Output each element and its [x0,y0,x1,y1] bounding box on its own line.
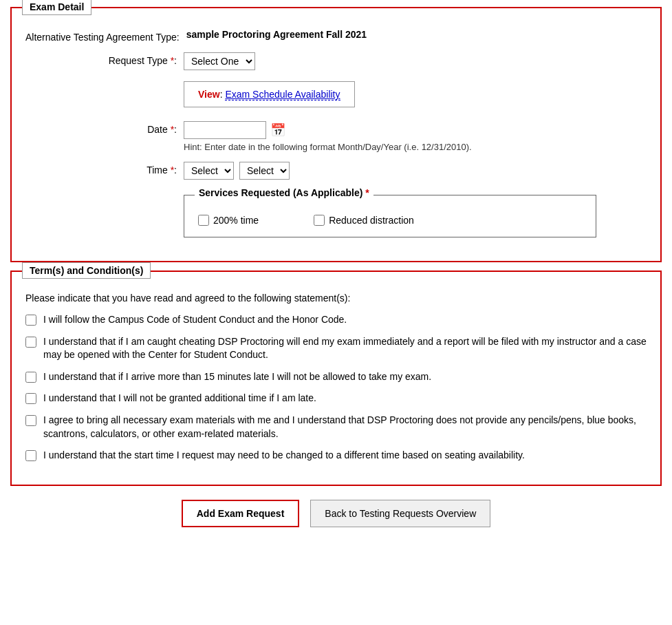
time-select-hour[interactable]: Select [184,162,234,180]
term-item-3: I understand that I will not be granted … [25,392,647,405]
exam-schedule-link[interactable]: Exam Schedule Availability [225,89,340,100]
services-legend: Services Requested (As Applicable) * [195,187,373,198]
terms-intro: Please indicate that you have read and a… [25,293,647,304]
term-checkbox-2[interactable] [25,372,36,383]
service-checkbox-reduced[interactable] [314,215,325,226]
agreement-type-value: sample Proctoring Agreement Fall 2021 [186,26,367,40]
service-item-1: 200% time [198,215,259,226]
date-label: Date *: [25,121,184,135]
term-item-2: I understand that if I arrive more than … [25,370,647,384]
term-item-5: I understand that the start time I reque… [25,449,647,463]
term-checkbox-0[interactable] [25,315,36,326]
exam-detail-legend: Exam Detail [22,0,91,15]
request-type-row: Request Type *: Select One View: Exam Sc… [25,52,647,112]
service-checkbox-200[interactable] [198,215,209,226]
term-item-0: I will follow the Campus Code of Student… [25,313,647,327]
term-text-1: I understand that if I am caught cheatin… [43,335,647,362]
time-select-minute[interactable]: Select [239,162,290,180]
date-input[interactable] [184,121,266,139]
term-text-0: I will follow the Campus Code of Student… [43,313,347,327]
term-text-2: I understand that if I arrive more than … [43,370,431,384]
date-required: * [171,124,174,135]
services-fieldset: Services Requested (As Applicable) * 200… [184,195,596,237]
term-checkbox-3[interactable] [25,393,36,404]
service-item-2: Reduced distraction [314,215,414,226]
service-label-200: 200% time [213,215,259,226]
terms-section: Term(s) and Condition(s) Please indicate… [10,271,662,486]
term-text-4: I agree to bring all necessary exam mate… [43,414,647,441]
services-required: * [365,187,369,198]
time-required: * [171,165,174,176]
time-row: Time *: Select Select [25,162,647,180]
agreement-type-label: Alternative Testing Agreement Type: [25,29,186,43]
term-text-3: I understand that I will not be granted … [43,392,316,405]
date-row: Date *: 📅 Hint: Enter date in the follow… [25,121,647,152]
time-label: Time *: [25,162,184,176]
back-button[interactable]: Back to Testing Requests Overview [310,500,490,527]
request-type-required: * [171,55,174,66]
exam-detail-section: Exam Detail Alternative Testing Agreemen… [10,7,662,262]
services-row: Services Requested (As Applicable) * 200… [25,189,647,237]
term-text-5: I understand that the start time I reque… [43,449,525,463]
term-item-4: I agree to bring all necessary exam mate… [25,414,647,441]
agreement-type-row: Alternative Testing Agreement Type: samp… [25,29,647,43]
view-link-box: View: Exam Schedule Availability [184,81,355,107]
term-checkbox-5[interactable] [25,450,36,461]
term-checkbox-4[interactable] [25,415,36,426]
request-type-select[interactable]: Select One [184,52,255,70]
add-exam-button[interactable]: Add Exam Request [182,500,300,527]
view-label: View [198,89,220,100]
terms-legend: Term(s) and Condition(s) [22,262,151,279]
term-checkbox-1[interactable] [25,337,36,348]
request-type-label: Request Type *: [25,52,184,66]
service-label-reduced: Reduced distraction [329,215,414,226]
date-hint: Hint: Enter date in the following format… [184,142,647,152]
term-item-1: I understand that if I am caught cheatin… [25,335,647,362]
bottom-buttons: Add Exam Request Back to Testing Request… [10,500,662,534]
calendar-icon[interactable]: 📅 [270,123,285,138]
